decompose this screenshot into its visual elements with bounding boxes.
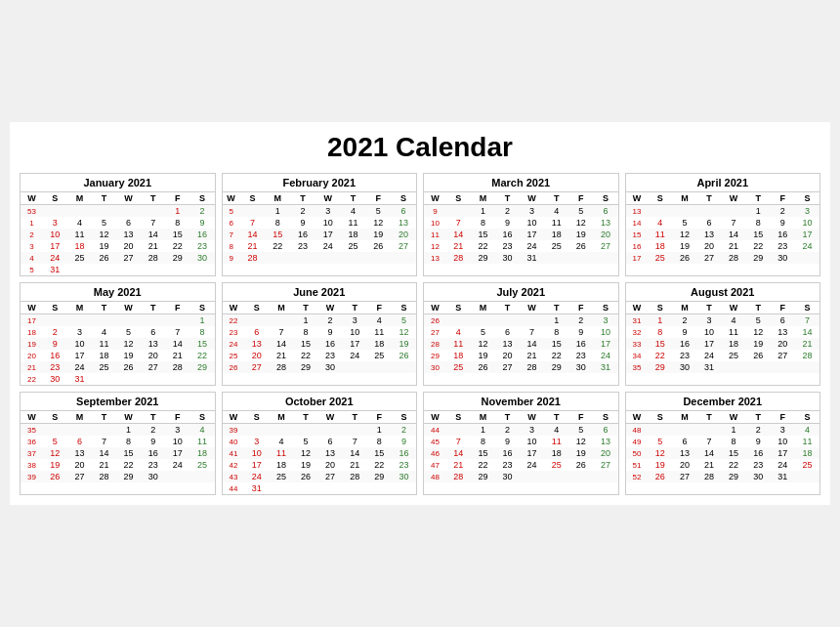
month-june: June 2021 WSMTWTFS 2212345 236789101112 … bbox=[222, 282, 418, 386]
month-april: April 2021 WSMTWTFS 13123 1445678910 151… bbox=[625, 173, 821, 276]
calendar-grid: January 2021 WSMTWTFS 5312 13456789 2101… bbox=[20, 173, 820, 495]
month-title-august: August 2021 bbox=[626, 283, 820, 302]
month-title-november: November 2021 bbox=[424, 393, 618, 411]
month-title-december: December 2021 bbox=[626, 393, 820, 411]
month-september: September 2021 WSMTWTFS 351234 365678910… bbox=[20, 392, 216, 495]
month-march: March 2021 WSMTWTFS 9123456 107891011121… bbox=[423, 173, 619, 276]
month-title-april: April 2021 bbox=[626, 174, 820, 192]
month-may: May 2021 WSMTWTFS 171 182345678 19910111… bbox=[20, 282, 216, 386]
month-february: February 2021 WSMTWTFS 5123456 678910111… bbox=[222, 173, 418, 276]
month-title-october: October 2021 bbox=[223, 393, 417, 411]
month-title-january: January 2021 bbox=[21, 174, 215, 192]
month-january: January 2021 WSMTWTFS 5312 13456789 2101… bbox=[20, 173, 216, 276]
month-august: August 2021 WSMTWTFS 311234567 328910111… bbox=[625, 282, 821, 386]
month-november: November 2021 WSMTWTFS 44123456 45789101… bbox=[423, 392, 619, 495]
month-title-july: July 2021 bbox=[424, 283, 618, 302]
month-july: July 2021 WSMTWTFS 26123 2745678910 2811… bbox=[423, 282, 619, 386]
month-title-june: June 2021 bbox=[223, 283, 417, 302]
month-october: October 2021 WSMTWTFS 3912 403456789 411… bbox=[222, 392, 418, 495]
month-title-may: May 2021 bbox=[21, 283, 215, 302]
month-title-september: September 2021 bbox=[21, 393, 215, 411]
month-december: December 2021 WSMTWTFS 481234 4956789101… bbox=[625, 392, 821, 495]
page-title: 2021 Calendar bbox=[20, 132, 820, 163]
month-title-march: March 2021 bbox=[424, 174, 618, 192]
month-title-february: February 2021 bbox=[223, 174, 417, 192]
